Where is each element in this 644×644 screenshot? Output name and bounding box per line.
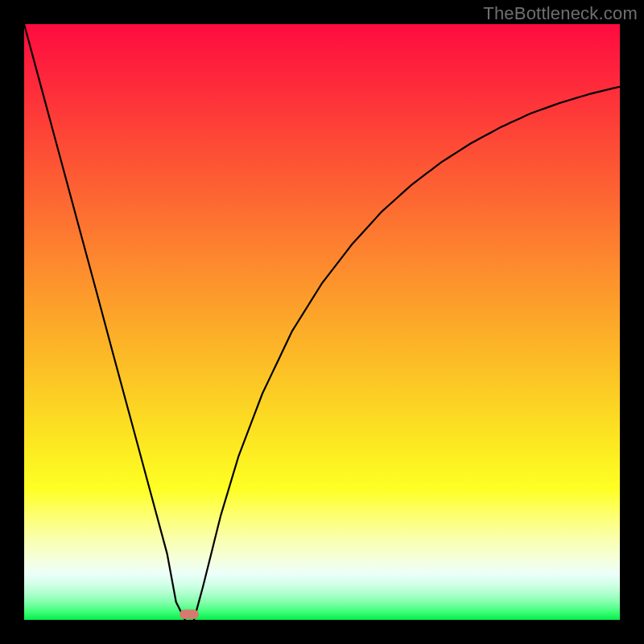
- minimum-marker: [180, 609, 199, 619]
- chart-plot-area: [24, 24, 620, 620]
- chart-frame: TheBottleneck.com: [0, 0, 644, 644]
- watermark-text: TheBottleneck.com: [483, 3, 638, 24]
- chart-svg: [24, 24, 620, 620]
